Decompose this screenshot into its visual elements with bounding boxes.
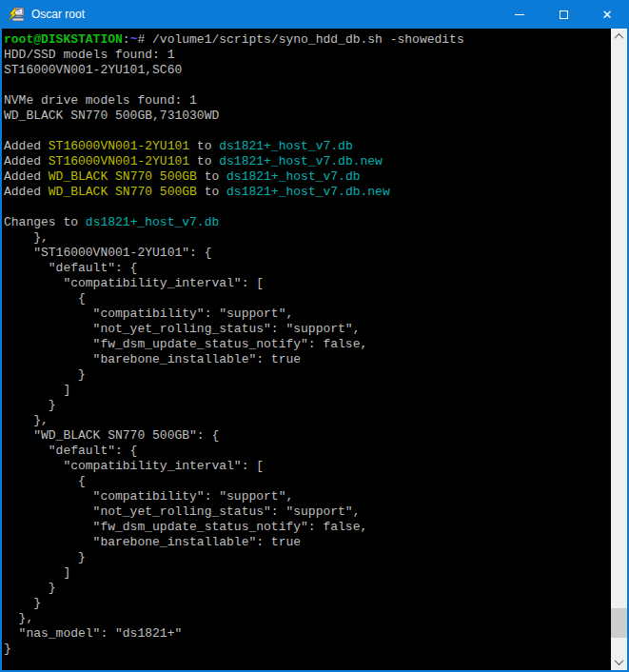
maximize-icon: [560, 10, 568, 19]
terminal-line: },: [4, 611, 611, 626]
putty-window: Oscar root ✕ root@DISKSTATION:~# /volume…: [0, 0, 629, 672]
terminal-line: "compatibility_interval": [: [4, 459, 611, 474]
terminal-body: root@DISKSTATION:~# /volume1/scripts/syn…: [2, 29, 627, 670]
close-button[interactable]: ✕: [585, 0, 629, 29]
chevron-down-icon: [615, 656, 624, 665]
putty-app-icon[interactable]: [8, 6, 25, 23]
terminal-line: "default": {: [4, 444, 611, 459]
terminal-line: "compatibility": "support",: [4, 306, 611, 322]
terminal-line: [4, 200, 611, 215]
terminal-line: NVMe drive models found: 1: [4, 93, 611, 109]
terminal-line: WD_BLACK SN770 500GB,731030WD: [4, 109, 611, 124]
scroll-down-button[interactable]: [611, 654, 627, 670]
window-title: Oscar root: [31, 8, 85, 21]
terminal-line: Added WD_BLACK SN770 500GB to ds1821+_ho…: [4, 185, 611, 200]
terminal-line: "fw_dsm_update_status_notify": false,: [4, 520, 611, 535]
terminal-line: {: [4, 291, 611, 306]
terminal-line: "fw_dsm_update_status_notify": false,: [4, 337, 611, 352]
titlebar[interactable]: Oscar root ✕: [0, 0, 629, 29]
scrollbar[interactable]: [611, 29, 627, 670]
terminal-line: Changes to ds1821+_host_v7.db: [4, 215, 611, 230]
terminal-line: "barebone_installable": true: [4, 535, 611, 550]
terminal-line: }: [4, 581, 611, 596]
terminal-line: }: [4, 596, 611, 611]
terminal-line: },: [4, 413, 611, 428]
terminal-line: Added ST16000VN001-2YU101 to ds1821+_hos…: [4, 154, 611, 169]
scroll-up-button[interactable]: [611, 29, 627, 45]
terminal-line: ]: [4, 383, 611, 398]
terminal-line: "default": {: [4, 261, 611, 276]
terminal-line: "ST16000VN001-2YU101": {: [4, 246, 611, 261]
terminal-line: HDD/SSD models found: 1: [4, 48, 611, 63]
terminal-line: "barebone_installable": true: [4, 352, 611, 367]
window-controls: ✕: [498, 0, 629, 29]
terminal-line: root@DISKSTATION:~# /volume1/scripts/syn…: [4, 32, 611, 48]
terminal-line: "WD_BLACK SN770 500GB": {: [4, 428, 611, 444]
terminal-line: [4, 78, 611, 93]
terminal-line: [4, 124, 611, 139]
maximize-button[interactable]: [541, 0, 585, 29]
terminal-line: {: [4, 474, 611, 489]
minimize-button[interactable]: [498, 0, 541, 29]
chevron-up-icon: [615, 33, 624, 43]
terminal-line: "not_yet_rolling_status": "support",: [4, 322, 611, 337]
terminal-line: ST16000VN001-2YU101,SC60: [4, 63, 611, 78]
terminal-line: "compatibility": "support",: [4, 489, 611, 504]
terminal-line: ]: [4, 565, 611, 581]
terminal-line: "compatibility_interval": [: [4, 276, 611, 291]
terminal-line: "not_yet_rolling_status": "support",: [4, 504, 611, 520]
terminal-line: }: [4, 398, 611, 413]
terminal-line: }: [4, 550, 611, 565]
terminal-line: }: [4, 367, 611, 383]
minimize-icon: [515, 14, 524, 15]
close-icon: ✕: [602, 9, 613, 21]
terminal-output[interactable]: root@DISKSTATION:~# /volume1/scripts/syn…: [2, 29, 611, 670]
terminal-line: Added ST16000VN001-2YU101 to ds1821+_hos…: [4, 139, 611, 154]
scrollbar-thumb[interactable]: [611, 608, 627, 638]
terminal-line: Added WD_BLACK SN770 500GB to ds1821+_ho…: [4, 169, 611, 185]
terminal-line: "nas_model": "ds1821+": [4, 626, 611, 642]
terminal-line: },: [4, 230, 611, 246]
terminal-line: }: [4, 642, 611, 657]
